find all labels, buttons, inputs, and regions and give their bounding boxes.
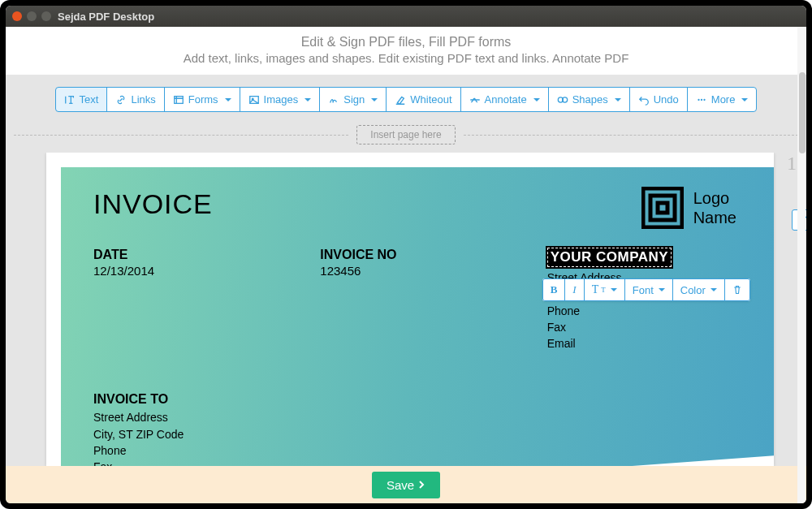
invoiceto-citystzip[interactable]: City, ST ZIP Code xyxy=(93,426,741,442)
shapes-icon xyxy=(557,94,568,106)
app-content: Edit & Sign PDF files, Fill PDF forms Ad… xyxy=(6,27,806,503)
info-row: DATE 12/13/2014 INVOICE NO 123456 YOUR C… xyxy=(93,248,741,352)
invoiceto-street[interactable]: Street Address xyxy=(93,409,741,425)
svg-rect-0 xyxy=(175,96,184,103)
undo-button[interactable]: Undo xyxy=(629,87,688,112)
font-label: Font xyxy=(633,284,654,296)
page-wrapper: Logo Name INVOICE DATE 12/13/2014 xyxy=(6,153,806,466)
font-button[interactable]: Font xyxy=(624,278,673,301)
company-email[interactable]: Email xyxy=(547,335,741,352)
caret-icon xyxy=(615,98,621,101)
window-inner: Sejda PDF Desktop Edit & Sign PDF files,… xyxy=(6,6,806,503)
annotate-tool-button[interactable]: Annotate xyxy=(460,87,549,112)
svg-rect-9 xyxy=(650,196,675,220)
company-phone[interactable]: Phone xyxy=(547,303,741,319)
text-icon xyxy=(64,94,76,106)
whiteout-icon xyxy=(395,94,406,106)
document-content: Logo Name INVOICE DATE 12/13/2014 xyxy=(61,167,774,466)
header-subtitle: Add text, links, images and shapes. Edit… xyxy=(6,51,806,65)
logo-area: Logo Name xyxy=(641,187,736,229)
page-number: 1 xyxy=(787,153,797,175)
svg-point-6 xyxy=(701,98,702,100)
caret-icon xyxy=(304,98,311,101)
forms-tool-label: Forms xyxy=(188,93,218,106)
save-button[interactable]: Save xyxy=(372,472,440,498)
invoiceto-phone[interactable]: Phone xyxy=(93,442,741,459)
sign-icon xyxy=(328,94,339,106)
caret-icon xyxy=(611,288,617,291)
insert-page-row: Insert page here xyxy=(6,117,806,153)
links-tool-button[interactable]: Links xyxy=(106,87,164,112)
main-toolbar: Text Links Forms Images xyxy=(55,87,758,112)
shapes-tool-button[interactable]: Shapes xyxy=(548,87,630,112)
trash-icon xyxy=(732,285,742,295)
more-icon xyxy=(696,94,707,106)
page-area: Insert page here Logo N xyxy=(6,117,806,466)
undo-label: Undo xyxy=(654,93,679,106)
more-label: More xyxy=(711,93,736,106)
date-column: DATE 12/13/2014 xyxy=(93,248,287,352)
window-minimize-button[interactable] xyxy=(27,11,37,21)
undo-icon xyxy=(638,94,650,106)
window-maximize-button[interactable] xyxy=(41,11,51,21)
header-title: Edit & Sign PDF files, Fill PDF forms xyxy=(6,35,806,50)
insert-page-button[interactable]: Insert page here xyxy=(356,125,455,145)
footer-bar: Save xyxy=(6,466,806,503)
text-tool-button[interactable]: Text xyxy=(55,87,108,112)
delete-text-button[interactable] xyxy=(724,278,750,301)
sign-tool-button[interactable]: Sign xyxy=(319,87,387,112)
italic-button[interactable]: I xyxy=(564,278,584,301)
links-tool-label: Links xyxy=(131,93,155,106)
invoice-no-column: INVOICE NO 123456 xyxy=(320,248,514,352)
titlebar: Sejda PDF Desktop xyxy=(6,6,806,27)
more-button[interactable]: More xyxy=(687,87,758,112)
text-size-button[interactable]: TT xyxy=(584,278,625,301)
page-header: Edit & Sign PDF files, Fill PDF forms Ad… xyxy=(6,27,806,75)
company-fax[interactable]: Fax xyxy=(547,319,741,335)
date-value[interactable]: 12/13/2014 xyxy=(93,264,287,278)
annotate-icon xyxy=(469,94,481,106)
window-title: Sejda PDF Desktop xyxy=(58,11,154,23)
pdf-page[interactable]: Logo Name INVOICE DATE 12/13/2014 xyxy=(46,153,774,466)
italic-label: I xyxy=(572,283,576,296)
size-large: T xyxy=(592,283,599,296)
svg-rect-10 xyxy=(658,203,667,213)
text-tool-label: Text xyxy=(80,93,99,106)
color-button[interactable]: Color xyxy=(672,278,725,301)
logo-line1: Logo xyxy=(693,188,736,208)
caret-icon xyxy=(659,288,665,291)
forms-tool-button[interactable]: Forms xyxy=(164,87,240,112)
app-window: Sejda PDF Desktop Edit & Sign PDF files,… xyxy=(0,0,812,509)
svg-point-7 xyxy=(703,98,705,100)
sign-tool-label: Sign xyxy=(343,93,365,106)
invoice-no-label[interactable]: INVOICE NO xyxy=(320,248,514,262)
whiteout-tool-button[interactable]: Whiteout xyxy=(386,87,460,112)
date-label[interactable]: DATE xyxy=(93,248,287,262)
images-tool-button[interactable]: Images xyxy=(240,87,321,112)
invoice-to-label[interactable]: INVOICE TO xyxy=(93,392,741,407)
images-icon xyxy=(248,94,260,106)
invoice-to-details: Street Address City, ST ZIP Code Phone F… xyxy=(93,409,741,466)
window-close-button[interactable] xyxy=(12,11,22,21)
color-label: Color xyxy=(680,284,706,296)
whiteout-tool-label: Whiteout xyxy=(410,93,451,106)
company-column: YOUR COMPANY Street Address City, ST ZIP… xyxy=(547,248,741,352)
scrollbar-thumb[interactable] xyxy=(799,72,806,153)
invoiceto-fax[interactable]: Fax xyxy=(93,459,741,466)
save-label: Save xyxy=(387,478,414,492)
toolbar-container: Text Links Forms Images xyxy=(6,75,806,117)
svg-point-5 xyxy=(698,98,699,100)
format-toolbar: B I TT Font xyxy=(542,278,750,301)
window-buttons xyxy=(12,11,51,21)
caret-icon xyxy=(225,98,231,101)
bold-button[interactable]: B xyxy=(542,278,566,301)
invoice-no-value[interactable]: 123456 xyxy=(320,264,514,278)
chevron-right-icon xyxy=(417,480,425,490)
link-icon xyxy=(115,94,127,106)
company-name-selected[interactable]: YOUR COMPANY xyxy=(547,248,672,267)
logo-icon xyxy=(641,187,684,229)
caret-icon xyxy=(533,98,540,101)
size-small: T xyxy=(601,286,606,294)
caret-icon xyxy=(710,288,717,291)
shapes-tool-label: Shapes xyxy=(572,93,608,106)
